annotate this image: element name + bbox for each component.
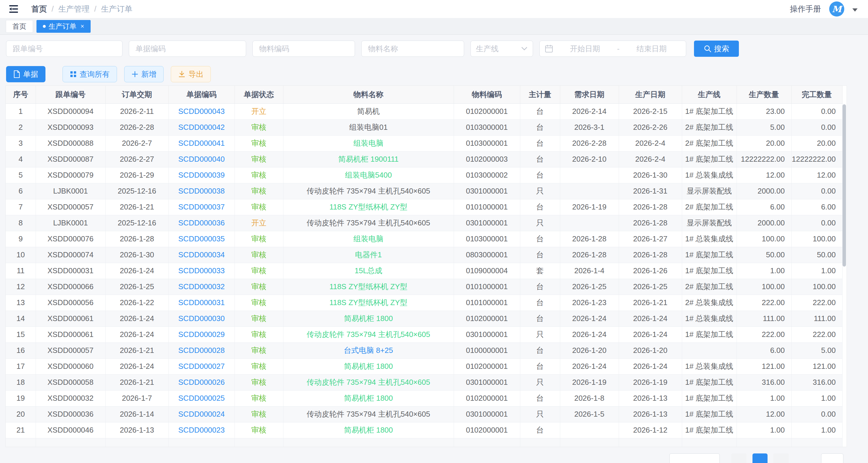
date-separator: - xyxy=(617,44,620,53)
cell-demand_date: 2026-1-24 xyxy=(560,311,619,326)
current-page-button[interactable] xyxy=(752,454,768,463)
tab-production-order[interactable]: 生产订单 × xyxy=(36,20,91,33)
cell-prod_date: 2026-2-15 xyxy=(619,104,682,119)
page-jump-input[interactable] xyxy=(821,454,843,463)
doc-code-link[interactable]: SCDD000032 xyxy=(178,282,225,291)
cell-line: 2# 底架加工线 xyxy=(682,119,737,135)
order-no-input[interactable] xyxy=(6,40,122,57)
cell-doc_code: SCDD000041 xyxy=(168,135,235,151)
cell-unit: 台 xyxy=(520,279,560,295)
status-badge: 审核 xyxy=(251,426,267,434)
caret-down-icon[interactable] xyxy=(852,8,858,11)
cell-doc_code: SCDD000024 xyxy=(168,406,235,422)
doc-code-link[interactable]: SCDD000027 xyxy=(178,362,225,371)
start-date-placeholder[interactable]: 开始日期 xyxy=(556,44,614,54)
end-date-placeholder[interactable]: 结束日期 xyxy=(622,44,681,54)
close-icon[interactable]: × xyxy=(81,23,84,30)
doc-code-link[interactable]: SCDD000028 xyxy=(178,346,225,355)
doc-code-link[interactable]: SCDD000029 xyxy=(178,330,225,339)
doc-code-link[interactable]: SCDD000033 xyxy=(178,266,225,275)
cell-unit: 台 xyxy=(520,167,560,183)
menu-collapse-icon[interactable] xyxy=(9,5,19,13)
avatar-letter: M xyxy=(832,4,841,14)
cell-status: 审核 xyxy=(235,151,283,167)
doc-code-link[interactable]: SCDD000025 xyxy=(178,394,225,402)
doc-code-link[interactable]: SCDD000036 xyxy=(178,219,225,227)
doc-code-link[interactable]: SCDD000034 xyxy=(178,250,225,259)
cell-unit: 只 xyxy=(520,406,560,422)
production-line-select[interactable]: 生产线 xyxy=(470,40,533,57)
cell-done_qty: 222.00 xyxy=(791,326,842,343)
cell-line: 1# 底架加工线 xyxy=(682,390,737,406)
cell-order_date: 2026-1-25 xyxy=(105,279,168,295)
cell-qty: 222.00 xyxy=(737,326,791,343)
status-badge: 审核 xyxy=(251,186,267,195)
doc-code-link[interactable]: SCDD000037 xyxy=(178,203,225,211)
cell-demand_date: 2026-1-28 xyxy=(560,247,619,263)
material-code-input[interactable] xyxy=(252,40,355,57)
material-name-input[interactable] xyxy=(361,40,464,57)
cell-order_date: 2026-1-22 xyxy=(105,295,168,311)
cell-unit: 套 xyxy=(520,263,560,279)
doc-code-link[interactable]: SCDD000023 xyxy=(178,426,225,434)
column-header-unit: 主计量 xyxy=(520,86,560,104)
tab-home[interactable]: 首页 xyxy=(6,20,33,33)
status-badge: 审核 xyxy=(251,139,267,147)
doc-code-link[interactable]: SCDD000038 xyxy=(178,186,225,195)
table-row: 11XSDD0000312026-1-24SCDD000033审核15L总成01… xyxy=(6,263,842,279)
avatar[interactable]: M xyxy=(829,1,844,17)
plus-icon xyxy=(131,71,138,78)
next-page-button[interactable] xyxy=(773,454,789,463)
export-download-icon xyxy=(178,70,186,78)
doc-code-input[interactable] xyxy=(129,40,246,57)
cell-mat_code: 0101000001 xyxy=(454,199,520,215)
doc-code-link[interactable]: SCDD000035 xyxy=(178,234,225,243)
cell-name: 15L总成 xyxy=(283,263,454,279)
cell-doc_code: SCDD000042 xyxy=(168,119,235,135)
search-button[interactable]: 搜索 xyxy=(694,40,739,57)
cell-seq: 9 xyxy=(6,231,36,247)
cell-name: 简易机柜 1900111 xyxy=(283,151,454,167)
doc-code-link[interactable]: SCDD000024 xyxy=(178,410,225,418)
doc-code-link[interactable]: SCDD000041 xyxy=(178,139,225,147)
cell-seq: 20 xyxy=(6,406,36,422)
add-button[interactable]: 新增 xyxy=(124,66,163,82)
cell-status: 审核 xyxy=(235,326,283,343)
date-range-picker[interactable]: 开始日期 - 结束日期 xyxy=(539,40,686,57)
cell-line: 1# 总装集成线 xyxy=(682,231,737,247)
cell-done_qty: 0.00 xyxy=(791,119,842,135)
breadcrumb-home[interactable]: 首页 xyxy=(31,4,47,14)
doc-code-link[interactable]: SCDD000040 xyxy=(178,155,225,164)
active-dot-icon xyxy=(43,25,46,28)
cell-done_qty: 12222222.00 xyxy=(791,151,842,167)
doc-code-link[interactable]: SCDD000039 xyxy=(178,171,225,179)
cell-demand_date xyxy=(560,215,619,231)
document-button[interactable]: 单据 xyxy=(6,66,45,82)
doc-code-link[interactable]: SCDD000026 xyxy=(178,378,225,386)
column-header-order_date: 订单交期 xyxy=(105,86,168,104)
doc-code-link[interactable]: SCDD000031 xyxy=(178,298,225,307)
table-vertical-scrollbar[interactable] xyxy=(842,104,846,266)
cell-demand_date xyxy=(560,167,619,183)
query-all-button[interactable]: 查询所有 xyxy=(63,66,117,82)
table-row: 9XSDD0000762026-1-28SCDD000035审核组装电脑0103… xyxy=(6,231,842,247)
cell-doc_code: SCDD000026 xyxy=(168,374,235,390)
breadcrumb-production-management[interactable]: 生产管理 xyxy=(59,4,90,14)
cell-order_no: XSDD000031 xyxy=(36,263,105,279)
cell-unit: 台 xyxy=(520,295,560,311)
cell-prod_date: 2026-1-31 xyxy=(619,183,682,199)
manual-link[interactable]: 操作手册 xyxy=(790,4,821,14)
doc-code-link[interactable]: SCDD000030 xyxy=(178,314,225,323)
cell-line: 2# 总装集成线 xyxy=(682,295,737,311)
cell-qty: 100.00 xyxy=(737,231,791,247)
cell-qty: 316.00 xyxy=(737,374,791,390)
cell-prod_date: 2026-1-28 xyxy=(619,215,682,231)
status-badge: 审核 xyxy=(251,362,267,371)
export-button[interactable]: 导出 xyxy=(171,66,211,82)
page-size-select[interactable] xyxy=(670,454,720,463)
cell-qty: 5.00 xyxy=(737,119,791,135)
doc-code-link[interactable]: SCDD000043 xyxy=(178,107,225,116)
cell-seq: 2 xyxy=(6,119,36,135)
prev-page-button[interactable] xyxy=(731,454,746,463)
doc-code-link[interactable]: SCDD000042 xyxy=(178,123,225,132)
